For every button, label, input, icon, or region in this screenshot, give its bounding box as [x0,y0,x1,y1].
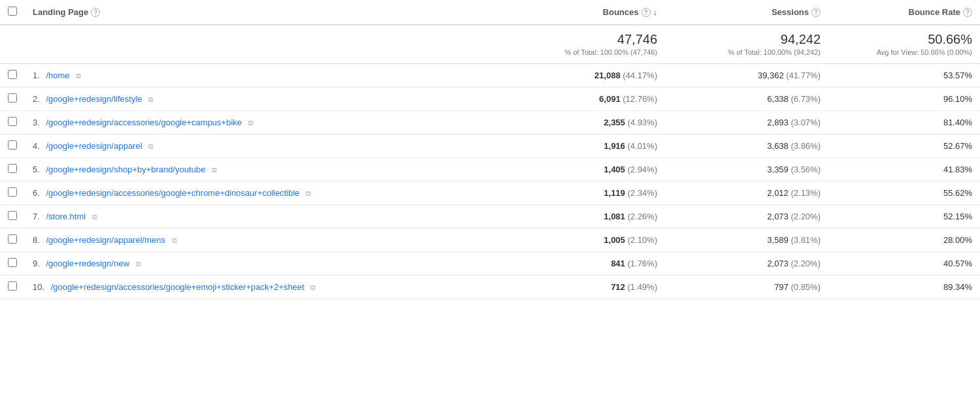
row-bounce-rate-value: 53.57% [943,71,972,80]
row-bounces-value: 1,916 [604,141,625,151]
row-bounces-cell: 1,119 (2.34%) [502,182,665,205]
row-bounces-pct: (4.01%) [627,141,657,151]
row-checkbox[interactable] [8,164,17,173]
row-checkbox[interactable] [8,70,17,79]
copy-icon[interactable]: ⧉ [310,283,316,292]
row-number: 2. [33,94,40,104]
row-sessions-pct: (6.73%) [791,94,821,104]
row-checkbox[interactable] [8,281,17,291]
row-bounce-rate-cell: 28.00% [828,229,980,252]
table-row: 6. /google+redesign/accessories/google+c… [0,182,980,205]
summary-checkbox-cell [0,25,25,64]
row-sessions-value: 2,012 [767,188,789,198]
row-sessions-pct: (3.56%) [791,165,821,174]
row-sessions-cell: 3,589 (3.81%) [665,229,828,252]
row-page-cell: 4. /google+redesign/apparel ⧉ [25,135,502,158]
copy-icon[interactable]: ⧉ [92,213,97,221]
row-sessions-value: 2,073 [767,259,789,268]
row-bounce-rate-value: 52.15% [943,212,972,221]
page-link[interactable]: /google+redesign/accessories/google+emoj… [51,282,304,292]
bounce-rate-header: Bounce Rate ? [828,0,980,25]
row-sessions-pct: (41.77%) [786,71,821,80]
summary-bounce-rate-cell: 50.66% Avg for View: 50.66% (0.00%) [828,25,980,64]
sessions-info-icon[interactable]: ? [811,8,821,17]
copy-icon[interactable]: ⧉ [306,189,311,198]
copy-icon[interactable]: ⧉ [172,236,177,245]
row-bounces-pct: (2.10%) [627,235,657,245]
row-bounces-cell: 21,088 (44.17%) [502,64,665,88]
row-bounce-rate-value: 89.34% [943,282,972,292]
select-all-header [0,0,25,25]
page-link[interactable]: /google+redesign/accessories/google+camp… [46,118,242,127]
row-checkbox-cell [0,88,25,111]
row-checkbox[interactable] [8,117,17,126]
table-row: 3. /google+redesign/accessories/google+c… [0,111,980,135]
row-bounces-cell: 1,081 (2.26%) [502,205,665,229]
row-bounce-rate-cell: 40.57% [828,252,980,276]
page-link[interactable]: /store.html [46,212,86,221]
row-bounce-rate-cell: 96.10% [828,88,980,111]
row-bounces-value: 1,119 [604,188,625,198]
table-row: 2. /google+redesign/lifestyle ⧉ 6,091 (1… [0,88,980,111]
page-link[interactable]: /home [46,71,69,80]
landing-page-info-icon[interactable]: ? [91,8,100,17]
row-sessions-value: 2,073 [767,212,789,221]
row-bounce-rate-cell: 81.40% [828,111,980,135]
row-page-cell: 10. /google+redesign/accessories/google+… [25,276,502,299]
row-page-cell: 9. /google+redesign/new ⧉ [25,252,502,276]
bounce-rate-label: Bounce Rate [909,7,960,17]
row-checkbox[interactable] [8,187,17,197]
row-sessions-value: 3,359 [767,165,789,174]
row-checkbox[interactable] [8,211,17,220]
table-row: 5. /google+redesign/shop+by+brand/youtub… [0,158,980,182]
table-row: 9. /google+redesign/new ⧉ 841 (1.76%) 2,… [0,252,980,276]
row-sessions-cell: 797 (0.85%) [665,276,828,299]
row-bounces-value: 6,091 [599,94,621,104]
row-checkbox-cell [0,158,25,182]
page-link[interactable]: /google+redesign/apparel [46,141,142,151]
page-link[interactable]: /google+redesign/new [46,259,129,268]
table-row: 8. /google+redesign/apparel/mens ⧉ 1,005… [0,229,980,252]
bounces-info-icon[interactable]: ? [642,8,651,17]
bounces-label: Bounces [603,7,639,17]
row-number: 8. [33,235,40,245]
select-all-checkbox[interactable] [8,7,17,16]
row-checkbox[interactable] [8,140,17,150]
row-checkbox-cell [0,205,25,229]
row-checkbox[interactable] [8,234,17,244]
sessions-label: Sessions [772,7,809,17]
page-link[interactable]: /google+redesign/lifestyle [46,94,142,104]
page-link[interactable]: /google+redesign/accessories/google+chro… [46,188,299,198]
row-bounces-cell: 2,355 (4.93%) [502,111,665,135]
copy-icon[interactable]: ⧉ [76,72,81,80]
row-number: 4. [33,141,40,151]
page-link[interactable]: /google+redesign/shop+by+brand/youtube [46,165,205,174]
row-checkbox[interactable] [8,258,17,267]
row-bounces-pct: (2.26%) [627,212,657,221]
bounce-rate-info-icon[interactable]: ? [963,8,972,17]
copy-icon[interactable]: ⧉ [212,166,217,174]
copy-icon[interactable]: ⧉ [136,260,141,268]
copy-icon[interactable]: ⧉ [148,95,154,104]
landing-page-label: Landing Page [33,7,88,17]
row-bounces-pct: (2.34%) [627,188,657,198]
summary-bounces-sub: % of Total: 100.00% (47,746) [564,48,657,56]
summary-bounces-cell: 47,746 % of Total: 100.00% (47,746) [502,25,665,64]
row-bounces-value: 712 [611,282,625,292]
row-bounce-rate-cell: 41.83% [828,158,980,182]
summary-page-cell [25,25,502,64]
copy-icon[interactable]: ⧉ [248,119,253,127]
bounces-sort-icon[interactable]: ↓ [653,7,658,17]
row-number: 1. [33,71,40,80]
row-page-cell: 3. /google+redesign/accessories/google+c… [25,111,502,135]
row-sessions-value: 3,589 [767,235,789,245]
row-bounce-rate-value: 96.10% [943,94,972,104]
copy-icon[interactable]: ⧉ [148,142,154,151]
row-sessions-value: 3,638 [767,141,789,151]
table-row: 4. /google+redesign/apparel ⧉ 1,916 (4.0… [0,135,980,158]
row-bounce-rate-value: 55.62% [943,188,972,198]
page-link[interactable]: /google+redesign/apparel/mens [46,235,165,245]
row-sessions-pct: (2.20%) [791,259,821,268]
row-bounces-pct: (44.17%) [623,71,657,80]
row-checkbox[interactable] [8,93,17,103]
